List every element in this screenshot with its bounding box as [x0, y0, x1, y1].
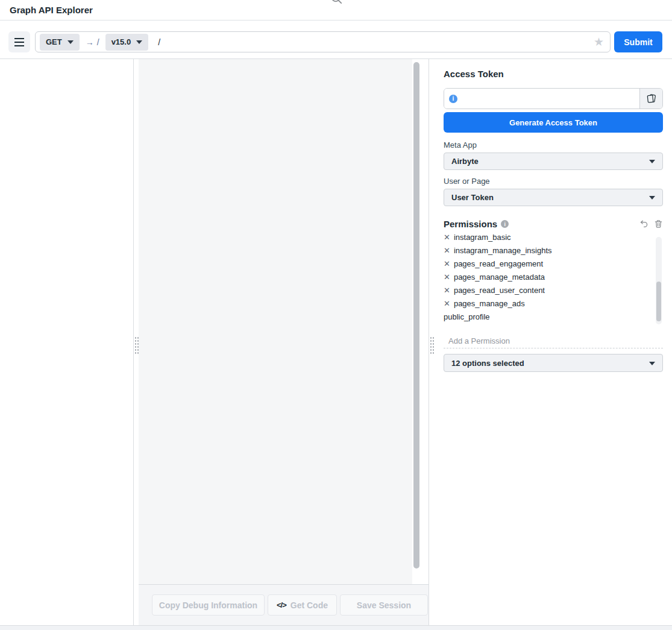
permissions-header: Permissions i	[444, 219, 663, 229]
permission-item: ✕ pages_read_user_content	[444, 283, 653, 297]
panel-resizer-right[interactable]	[429, 59, 434, 625]
panel-resizer-left[interactable]	[134, 59, 139, 625]
meta-app-select[interactable]: Airbyte	[444, 153, 663, 170]
permissions-title: Permissions	[444, 219, 497, 229]
main-area: Copy Debug Information </> Get Code Save…	[0, 59, 672, 625]
permissions-options-select[interactable]: 12 options selected	[444, 354, 663, 372]
request-arrow: → /	[86, 37, 99, 47]
permission-item: ✕ pages_manage_metadata	[444, 270, 653, 283]
permission-label: pages_read_user_content	[454, 286, 545, 295]
trash-icon[interactable]	[654, 219, 663, 228]
permissions-actions	[639, 219, 663, 228]
http-method-value: GET	[46, 37, 62, 46]
app-header: Graph API Explorer	[0, 0, 672, 20]
field-tree-panel	[0, 59, 134, 625]
user-or-page-value: User Token	[451, 193, 494, 202]
meta-app-label: Meta App	[444, 140, 477, 150]
permission-label: pages_manage_ads	[454, 299, 525, 308]
save-session-button[interactable]: Save Session	[340, 594, 428, 616]
remove-permission-icon[interactable]: ✕	[444, 299, 450, 308]
favorite-star-icon[interactable]: ★	[594, 36, 604, 48]
user-or-page-label: User or Page	[444, 177, 490, 186]
permission-label: public_profile	[444, 312, 490, 321]
api-version-dropdown[interactable]: v15.0	[105, 34, 149, 51]
remove-permission-icon[interactable]: ✕	[444, 246, 450, 255]
permissions-list: ✕ instagram_basic ✕ instagram_manage_ins…	[444, 234, 653, 326]
permission-item: ✕ instagram_manage_insights	[444, 244, 653, 257]
access-token-panel: Access Token i Generate Access Token Met…	[434, 59, 672, 625]
permission-label: pages_manage_metadata	[454, 272, 545, 282]
submit-button[interactable]: Submit	[614, 31, 662, 52]
access-token-title: Access Token	[444, 69, 504, 79]
permission-item: ✕ pages_manage_ads	[444, 297, 653, 310]
permissions-scrollbar[interactable]	[656, 282, 661, 321]
permission-item: public_profile	[444, 310, 653, 323]
copy-token-button[interactable]	[639, 89, 662, 109]
response-panel: Copy Debug Information </> Get Code Save…	[139, 59, 429, 625]
generate-access-token-button[interactable]: Generate Access Token	[444, 112, 663, 133]
permission-label: pages_read_engagement	[454, 259, 543, 268]
meta-app-value: Airbyte	[451, 157, 479, 166]
user-or-page-select[interactable]: User Token	[444, 189, 663, 206]
slash-separator: /	[97, 37, 99, 47]
add-permission-input[interactable]: Add a Permission	[444, 333, 663, 348]
permission-label: instagram_basic	[454, 234, 511, 242]
remove-permission-icon[interactable]: ✕	[444, 234, 450, 242]
arrow-right-icon: →	[86, 37, 94, 47]
info-icon[interactable]: i	[501, 220, 509, 228]
chevron-down-icon	[649, 160, 655, 163]
permission-item: ✕ instagram_basic	[444, 234, 653, 244]
remove-permission-icon[interactable]: ✕	[444, 272, 450, 282]
permission-item: ✕ pages_read_engagement	[444, 257, 653, 270]
chevron-down-icon	[68, 40, 74, 44]
drag-handle-icon	[430, 336, 434, 354]
page-bottom-strip	[0, 625, 672, 630]
chevron-down-icon	[649, 362, 655, 365]
response-footer: Copy Debug Information </> Get Code Save…	[139, 585, 429, 625]
remove-permission-icon[interactable]: ✕	[444, 259, 450, 268]
remove-permission-icon[interactable]: ✕	[444, 286, 450, 295]
options-selected-value: 12 options selected	[451, 359, 524, 368]
drag-handle-icon	[134, 336, 139, 354]
api-version-value: v15.0	[111, 37, 131, 46]
response-scrollbar[interactable]	[413, 62, 419, 569]
permission-label: instagram_manage_insights	[454, 246, 552, 255]
chevron-down-icon	[649, 196, 655, 200]
page-title: Graph API Explorer	[10, 5, 93, 15]
request-toolbar: GET → / v15.0 / ★ Submit	[0, 20, 672, 59]
request-path-input[interactable]: /	[158, 37, 160, 47]
http-method-dropdown[interactable]: GET	[40, 34, 80, 51]
access-token-input[interactable]: i	[444, 89, 639, 109]
info-icon[interactable]: i	[449, 95, 457, 103]
search-icon[interactable]	[330, 0, 344, 8]
response-viewport	[139, 59, 429, 585]
undo-icon[interactable]	[639, 219, 648, 228]
copy-debug-information-button[interactable]: Copy Debug Information	[152, 594, 265, 616]
get-code-button[interactable]: </> Get Code	[268, 594, 337, 616]
response-content	[139, 59, 412, 584]
access-token-field: i	[444, 88, 663, 109]
request-url-bar: GET → / v15.0 / ★	[35, 31, 611, 52]
chevron-down-icon	[136, 40, 142, 44]
graph-api-explorer-page: Graph API Explorer GET → / v15.0	[0, 0, 672, 630]
code-icon: </>	[277, 600, 286, 610]
menu-icon	[14, 38, 24, 39]
menu-button[interactable]	[8, 31, 30, 52]
copy-icon	[645, 93, 657, 104]
